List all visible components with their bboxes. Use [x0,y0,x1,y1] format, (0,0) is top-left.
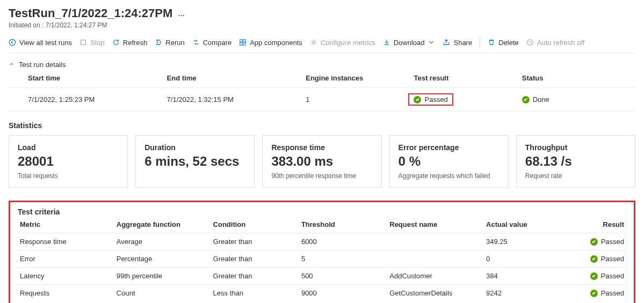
details-header-row: Start time End time Engine instances Tes… [9,69,635,88]
criteria-header-request-name: Request name [389,220,481,228]
components-icon [239,39,247,46]
app-components-label: App components [250,39,302,47]
header-test-result: Test result [414,74,516,82]
test-criteria-section: Test criteria Metric Aggregate function … [9,201,635,303]
view-all-test-runs-button[interactable]: View all test runs [9,39,72,47]
more-actions-button[interactable]: … [178,10,185,18]
cell-status: Done [522,93,625,106]
criteria-row: Latency99th percentileGreater than500Add… [18,268,626,285]
stat-desc: Aggregate requests which failed [399,172,500,180]
criteria-request-name: AddCustomer [389,272,481,280]
criteria-condition: Greater than [213,272,296,280]
stat-desc: Total requests [18,172,119,180]
svg-rect-2 [240,40,242,42]
refresh-icon [112,39,120,46]
clock-icon [526,39,534,46]
criteria-result: Passed [566,272,624,280]
stat-label: Error percentage [399,143,500,152]
delete-button[interactable]: Delete [488,39,519,47]
criteria-header-actual-value: Actual value [486,220,561,228]
header-start-time: Start time [28,74,162,82]
stat-card: Load28001Total requests [9,135,128,188]
share-label: Share [453,39,472,47]
stat-card: Error percentage0 %Aggregate requests wh… [389,135,509,188]
check-circle-icon [522,96,530,104]
rerun-label: Rerun [165,39,184,47]
criteria-row: RequestsCountLess than9000GetCustomerDet… [18,285,626,301]
cell-engine-instances: 1 [306,93,408,106]
criteria-request-name [389,238,481,246]
criteria-actual-value: 349.25 [486,238,561,246]
stop-icon [79,39,87,46]
download-button[interactable]: Download [383,39,436,47]
trash-icon [488,39,495,46]
criteria-metric: Requests [20,289,111,297]
view-all-label: View all test runs [19,39,72,47]
criteria-actual-value: 0 [486,255,561,263]
criteria-header-aggregate: Aggregate function [117,220,208,228]
criteria-metric: Error [20,255,111,263]
criteria-header-condition: Condition [213,220,296,228]
stat-value: 6 mins, 52 secs [144,154,245,169]
statistics-row: Load28001Total requestsDuration6 mins, 5… [9,135,635,188]
page-title: TestRun_7/1/2022_1:24:27PM [9,6,172,20]
stat-label: Throughput [525,143,626,152]
criteria-actual-value: 384 [486,272,561,280]
criteria-actual-value: 9242 [486,289,561,297]
check-circle-icon [590,290,598,297]
stat-value: 28001 [18,154,119,169]
refresh-button[interactable]: Refresh [112,39,148,47]
app-components-button[interactable]: App components [239,39,302,47]
stat-label: Load [18,143,119,152]
criteria-condition: Less than [213,289,296,297]
arrow-left-circle-icon [9,39,16,46]
rerun-button[interactable]: Rerun [155,39,184,47]
criteria-aggregate: Average [117,238,208,246]
test-criteria-title: Test criteria [18,208,626,216]
criteria-header-threshold: Threshold [301,220,384,228]
rerun-icon [155,39,162,46]
criteria-aggregate: Count [117,289,208,297]
stop-label: Stop [90,39,105,47]
download-label: Download [394,39,425,47]
compare-icon [192,39,200,46]
test-run-details-section: Test run details Start time End time Eng… [9,61,635,112]
svg-rect-5 [243,43,245,45]
status-value: Done [533,95,549,104]
section-label: Test run details [19,61,66,69]
cell-end-time: 7/1/2022, 1:32:15 PM [167,93,301,106]
criteria-result: Passed [566,255,624,263]
refresh-label: Refresh [123,39,148,47]
share-button[interactable]: Share [443,39,472,47]
check-circle-icon [414,96,421,104]
configure-metrics-button: Configure metrics [310,39,375,47]
stop-button: Stop [79,39,105,47]
header-end-time: End time [167,74,301,82]
stat-value: 0 % [399,154,500,169]
criteria-result: Passed [566,289,624,297]
svg-rect-1 [81,40,86,45]
stat-label: Response time [271,143,372,152]
header-status: Status [522,74,625,82]
test-run-details-toggle[interactable]: Test run details [9,61,66,69]
criteria-threshold: 500 [301,272,384,280]
auto-refresh-button: Auto refresh off [526,39,585,47]
cell-test-result: Passed [408,93,453,106]
delete-label: Delete [498,39,519,47]
details-data-row: 7/1/2022, 1:25:23 PM 7/1/2022, 1:32:15 P… [9,88,635,112]
cell-start-time: 7/1/2022, 1:25:23 PM [28,93,162,106]
svg-rect-3 [243,40,245,42]
stat-card: Response time383.00 ms90th percentile re… [262,135,381,188]
criteria-condition: Greater than [213,238,296,246]
criteria-row: ErrorPercentageGreater than50Passed [18,250,626,268]
compare-button[interactable]: Compare [192,39,231,47]
stat-desc: Request rate [525,172,626,180]
criteria-header-metric: Metric [20,220,111,228]
criteria-result: Passed [566,238,624,246]
criteria-request-name [389,255,481,263]
share-icon [443,39,450,46]
criteria-header-result: Result [566,220,624,228]
criteria-aggregate: Percentage [117,255,208,263]
toolbar: View all test runs Stop Refresh Rerun Co… [9,34,635,53]
stat-card: Duration6 mins, 52 secs [135,135,255,188]
